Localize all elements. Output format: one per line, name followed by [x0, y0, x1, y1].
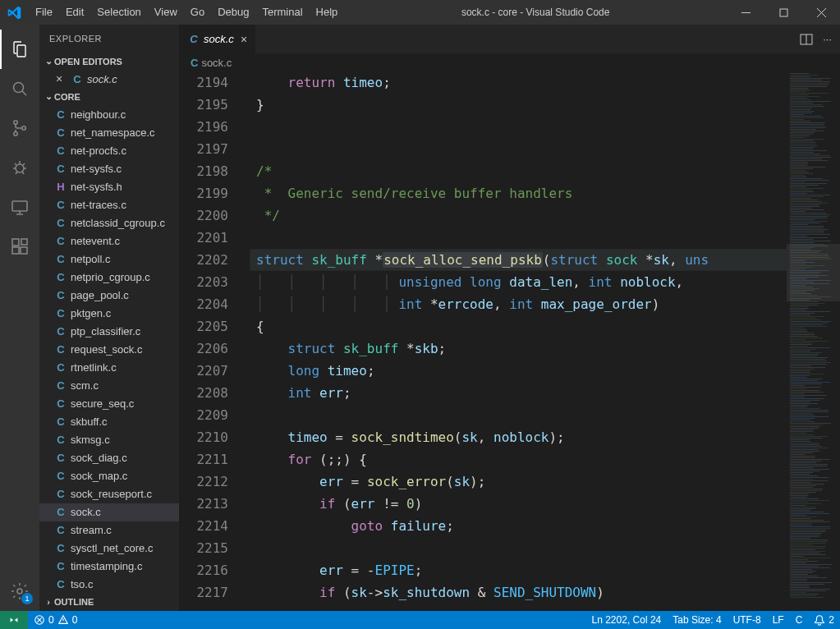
- breadcrumb[interactable]: C sock.c: [179, 53, 840, 71]
- c-file-icon: C: [54, 379, 67, 393]
- file-row[interactable]: Ctimestamping.c: [39, 558, 179, 576]
- status-problems[interactable]: 0 0: [28, 611, 83, 629]
- minimap[interactable]: [787, 71, 840, 611]
- outline-label: OUTLINE: [54, 597, 94, 607]
- file-row[interactable]: Cnet_namespace.c: [39, 124, 179, 142]
- window-close-button[interactable]: [802, 0, 840, 25]
- file-row[interactable]: Cpage_pool.c: [39, 287, 179, 305]
- c-file-icon: C: [190, 57, 198, 69]
- activity-search-icon[interactable]: [0, 69, 39, 108]
- status-remote-icon[interactable]: [0, 611, 28, 629]
- status-tab-size[interactable]: Tab Size: 4: [667, 611, 727, 629]
- c-file-icon: C: [71, 72, 84, 85]
- file-row[interactable]: Cnetclassid_cgroup.c: [39, 214, 179, 232]
- close-icon[interactable]: ×: [56, 72, 69, 85]
- c-file-icon: C: [54, 524, 67, 537]
- explorer-sidebar: EXPLORER ⌄ OPEN EDITORS × C sock.c ⌄ COR…: [39, 25, 179, 611]
- open-editors-label: OPEN EDITORS: [54, 57, 122, 67]
- svg-rect-7: [12, 239, 19, 246]
- c-file-icon: C: [54, 271, 67, 284]
- svg-point-2: [14, 121, 17, 124]
- file-row[interactable]: Crequest_sock.c: [39, 341, 179, 359]
- code-editor[interactable]: return timeo;} /* * Generic send/receive…: [250, 71, 787, 611]
- file-row[interactable]: Csock.c: [39, 503, 179, 521]
- file-name: stream.c: [71, 524, 112, 536]
- file-row[interactable]: Cpktgen.c: [39, 305, 179, 323]
- status-encoding[interactable]: UTF-8: [728, 611, 767, 629]
- file-row[interactable]: Csecure_seq.c: [39, 395, 179, 413]
- activity-explorer-icon[interactable]: [0, 30, 39, 69]
- file-list: Cneighbour.cCnet_namespace.cCnet-procfs.…: [39, 106, 179, 594]
- c-file-icon: C: [54, 199, 67, 212]
- file-name: neighbour.c: [71, 108, 126, 121]
- open-editors-section[interactable]: ⌄ OPEN EDITORS: [39, 53, 179, 70]
- menu-file[interactable]: File: [29, 0, 59, 25]
- file-row[interactable]: Cskmsg.c: [39, 431, 179, 449]
- menu-terminal[interactable]: Terminal: [255, 0, 309, 25]
- menu-view[interactable]: View: [148, 0, 184, 25]
- file-row[interactable]: Csock_map.c: [39, 467, 179, 485]
- file-row[interactable]: Ctso.c: [39, 576, 179, 594]
- file-row[interactable]: Cnetprio_cgroup.c: [39, 269, 179, 287]
- tab-sock-c[interactable]: C sock.c ×: [179, 25, 256, 53]
- file-name: sock_map.c: [71, 470, 127, 482]
- file-row[interactable]: Cnet-procfs.c: [39, 142, 179, 160]
- split-editor-icon[interactable]: [800, 33, 813, 46]
- h-file-icon: H: [54, 181, 67, 193]
- open-editor-item[interactable]: × C sock.c: [39, 71, 179, 88]
- menu-edit[interactable]: Edit: [59, 0, 90, 25]
- file-row[interactable]: Cnet-traces.c: [39, 196, 179, 214]
- c-file-icon: C: [54, 126, 67, 140]
- file-name: sock_reuseport.c: [71, 488, 152, 500]
- file-row[interactable]: Crtnetlink.c: [39, 359, 179, 377]
- c-file-icon: C: [54, 434, 67, 447]
- file-name: scm.c: [71, 379, 99, 392]
- menu-go[interactable]: Go: [184, 0, 211, 25]
- file-name: netclassid_cgroup.c: [71, 217, 165, 229]
- file-row[interactable]: Csock_reuseport.c: [39, 485, 179, 503]
- file-row[interactable]: Cnetevent.c: [39, 232, 179, 250]
- close-icon[interactable]: ×: [241, 33, 247, 46]
- activity-extensions-icon[interactable]: [0, 227, 39, 266]
- file-row[interactable]: Cstream.c: [39, 521, 179, 539]
- menu-selection[interactable]: Selection: [90, 0, 147, 25]
- c-file-icon: C: [54, 145, 67, 158]
- vscode-logo-icon: [0, 6, 29, 20]
- file-name: skbuff.c: [71, 416, 108, 428]
- menu-debug[interactable]: Debug: [211, 0, 255, 25]
- file-name: pktgen.c: [71, 307, 111, 319]
- file-name: rtnetlink.c: [71, 361, 117, 374]
- status-language[interactable]: C: [790, 611, 809, 629]
- file-row[interactable]: Cskbuff.c: [39, 413, 179, 431]
- activity-remote-icon[interactable]: [0, 187, 39, 227]
- file-row[interactable]: Cnet-sysfs.c: [39, 160, 179, 178]
- status-eol[interactable]: LF: [767, 611, 790, 629]
- minimap-viewport[interactable]: [787, 244, 840, 301]
- outline-section[interactable]: › OUTLINE: [39, 594, 179, 611]
- activity-source-control-icon[interactable]: [0, 108, 39, 148]
- file-row[interactable]: Cptp_classifier.c: [39, 323, 179, 341]
- c-file-icon: C: [54, 470, 67, 483]
- c-file-icon: C: [54, 289, 67, 302]
- open-editor-filename: sock.c: [87, 73, 117, 85]
- file-row[interactable]: Cneighbour.c: [39, 106, 179, 124]
- file-row[interactable]: Hnet-sysfs.h: [39, 178, 179, 196]
- c-file-icon: C: [54, 452, 67, 465]
- line-number-gutter[interactable]: 2194219521962197219821992200220122022203…: [179, 71, 250, 611]
- activity-debug-icon[interactable]: [0, 148, 39, 187]
- explorer-title: EXPLORER: [39, 25, 179, 53]
- file-row[interactable]: Csysctl_net_core.c: [39, 539, 179, 558]
- status-notifications[interactable]: 2: [808, 611, 840, 629]
- activity-settings-icon[interactable]: 1: [0, 572, 39, 611]
- status-cursor-position[interactable]: Ln 2202, Col 24: [586, 611, 668, 629]
- c-file-icon: C: [54, 307, 67, 320]
- c-file-icon: C: [54, 361, 67, 374]
- folder-section[interactable]: ⌄ CORE: [39, 88, 179, 105]
- file-row[interactable]: Csock_diag.c: [39, 449, 179, 467]
- more-actions-icon[interactable]: ···: [823, 33, 832, 45]
- window-minimize-button[interactable]: [727, 0, 764, 25]
- menu-help[interactable]: Help: [310, 0, 345, 25]
- file-row[interactable]: Cscm.c: [39, 377, 179, 395]
- file-row[interactable]: Cnetpoll.c: [39, 250, 179, 269]
- window-maximize-button[interactable]: [764, 0, 802, 25]
